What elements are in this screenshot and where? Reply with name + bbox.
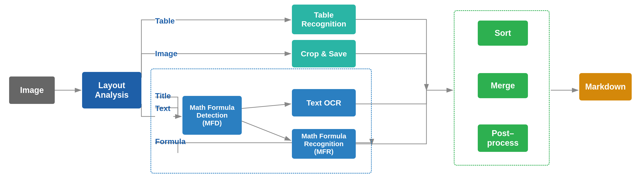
sort-node: Sort <box>478 21 528 46</box>
crop-save-label: Crop & Save <box>301 49 347 58</box>
merge-node: Merge <box>478 73 528 98</box>
mfr-label: Math FormulaRecognition(MFR) <box>302 132 346 155</box>
formula-branch-label: Formula <box>155 137 186 146</box>
postprocess-label: Post–process <box>487 129 518 148</box>
markdown-label: Markdown <box>585 82 626 92</box>
table-branch-label: Table <box>155 17 175 25</box>
title-branch-label: Title <box>155 91 171 100</box>
layout-analysis-node: LayoutAnalysis <box>82 72 142 108</box>
image-node: Image <box>9 77 55 104</box>
mfd-node: Math FormulaDetection(MFD) <box>182 96 242 135</box>
text-branch-label: Text <box>155 104 170 113</box>
table-recognition-node: TableRecognition <box>292 5 356 34</box>
mfr-node: Math FormulaRecognition(MFR) <box>292 129 356 159</box>
text-ocr-node: Text OCR <box>292 89 356 116</box>
mfd-label: Math FormulaDetection(MFD) <box>190 104 235 127</box>
markdown-node: Markdown <box>579 73 632 100</box>
image-label: Image <box>20 85 44 95</box>
merge-label: Merge <box>491 81 515 90</box>
layout-analysis-label: LayoutAnalysis <box>95 81 128 100</box>
text-ocr-label: Text OCR <box>306 98 341 107</box>
postprocess-node: Post–process <box>478 124 528 152</box>
image-branch-label: Image <box>155 49 178 58</box>
crop-save-node: Crop & Save <box>292 40 356 67</box>
diagram-container: Image LayoutAnalysis Table Image Title T… <box>0 0 644 182</box>
table-recognition-label: TableRecognition <box>302 11 346 28</box>
sort-label: Sort <box>495 28 511 38</box>
